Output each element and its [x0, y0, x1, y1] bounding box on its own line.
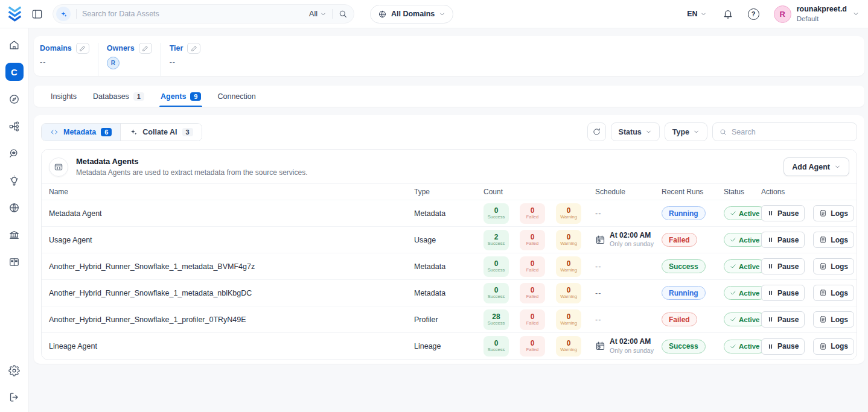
agent-type: Profiler	[414, 315, 483, 324]
logs-icon	[819, 315, 827, 323]
divider	[76, 9, 77, 19]
language-selector[interactable]: EN	[687, 10, 706, 18]
sidebar-item-domains[interactable]	[5, 198, 24, 217]
agents-search[interactable]	[712, 122, 857, 141]
status-filter-dropdown[interactable]: Status	[611, 122, 660, 141]
logs-icon	[819, 289, 827, 297]
search-icon[interactable]	[338, 9, 348, 19]
tab-collate-ai-agents[interactable]: Collate AI 3	[120, 124, 201, 141]
pause-button[interactable]: Pause	[761, 285, 805, 301]
logs-button[interactable]: Logs	[813, 311, 854, 328]
type-filter-dropdown[interactable]: Type	[665, 122, 707, 141]
notifications-bell-icon[interactable]	[723, 8, 733, 19]
sidebar-item-lineage[interactable]	[5, 117, 24, 135]
sidebar-toggle-icon[interactable]	[29, 6, 45, 22]
chevron-down-icon	[693, 128, 700, 135]
tab-metadata-agents[interactable]: Metadata 6	[42, 124, 120, 141]
agent-name[interactable]: Usage Agent	[42, 236, 414, 244]
logs-button[interactable]: Logs	[813, 258, 854, 274]
user-menu[interactable]: R rounakpreet.d Default	[774, 5, 860, 23]
edit-owners-button[interactable]	[139, 43, 152, 54]
table-row[interactable]: Another_Hybrid_Runner_Snowflake_1_metada…	[42, 280, 857, 306]
help-icon[interactable]: ?	[748, 8, 759, 20]
check-icon	[730, 316, 736, 323]
table-row[interactable]: Another_Hybrid_Runner_Snowflake_1_profil…	[42, 306, 857, 333]
pencil-icon	[79, 45, 86, 52]
calendar-clock-icon	[595, 341, 605, 351]
sidebar-item-settings[interactable]	[5, 361, 24, 379]
pause-button[interactable]: Pause	[761, 338, 805, 355]
recent-run-badge[interactable]: Success	[662, 259, 706, 273]
entity-summary-card: Domains -- Owners R Tier --	[34, 36, 864, 76]
sidebar-item-observability[interactable]	[5, 144, 24, 162]
tab-databases[interactable]: Databases1	[93, 86, 144, 107]
status-badge: Active	[724, 206, 766, 220]
table-row[interactable]: Usage Agent Usage 2Success 0Failed 0Warn…	[42, 227, 857, 253]
owners-label: Owners	[107, 44, 135, 52]
main-content: Domains -- Owners R Tier --	[29, 28, 868, 412]
book-icon	[8, 256, 20, 268]
table-row[interactable]: Another_Hybrid_Runner_Snowflake_1_metada…	[42, 253, 857, 280]
entity-tabs: Insights Databases1 Agents9 Connection	[34, 86, 864, 107]
edit-tier-button[interactable]	[187, 43, 200, 54]
success-count: 0Success	[483, 203, 509, 224]
refresh-button[interactable]	[587, 122, 606, 141]
table-row[interactable]: Lineage Agent Lineage 0Success 0Failed 0…	[42, 333, 857, 360]
agent-type: Metadata	[414, 209, 483, 218]
status-badge: Active	[724, 286, 766, 300]
tab-agents[interactable]: Agents9	[161, 86, 202, 107]
sidebar-item-home[interactable]	[5, 36, 24, 54]
pause-icon	[767, 316, 774, 323]
edit-domains-button[interactable]	[76, 43, 89, 54]
sidebar-item-logout[interactable]	[5, 388, 24, 406]
sidebar-item-insights[interactable]	[5, 171, 24, 189]
chevron-down-icon	[439, 11, 445, 17]
table-header: Name Type Count Schedule Recent Runs Sta…	[42, 183, 857, 200]
recent-run-badge[interactable]: Running	[662, 206, 706, 220]
bank-icon	[8, 229, 20, 241]
warning-count: 0Warning	[556, 283, 581, 303]
collate-app-icon: C	[11, 67, 18, 77]
agent-name[interactable]: Metadata Agent	[42, 209, 414, 218]
logout-icon	[8, 391, 20, 403]
add-agent-button[interactable]: Add Agent	[783, 157, 849, 176]
sidebar-item-governance[interactable]	[5, 226, 24, 244]
domain-selector[interactable]: All Domains	[370, 5, 453, 24]
recent-run-badge[interactable]: Failed	[662, 312, 697, 326]
logs-button[interactable]: Logs	[813, 285, 854, 301]
search-scope-dropdown[interactable]: All	[309, 10, 327, 18]
recent-run-badge[interactable]: Running	[662, 286, 706, 300]
agent-name[interactable]: Another_Hybrid_Runner_Snowflake_1_profil…	[42, 315, 414, 324]
pause-button[interactable]: Pause	[761, 311, 805, 328]
agent-name[interactable]: Another_Hybrid_Runner_Snowflake_1_metada…	[42, 289, 414, 297]
logs-button[interactable]: Logs	[813, 232, 854, 248]
chevron-down-icon	[852, 10, 860, 17]
pause-button[interactable]: Pause	[761, 232, 805, 248]
failed-count: 0Failed	[520, 203, 545, 224]
tab-insights[interactable]: Insights	[51, 86, 77, 107]
recent-run-badge[interactable]: Failed	[662, 233, 697, 247]
agent-name[interactable]: Lineage Agent	[42, 342, 414, 350]
pause-button[interactable]: Pause	[761, 258, 805, 274]
status-badge: Active	[724, 312, 766, 326]
agent-name[interactable]: Another_Hybrid_Runner_Snowflake_1_metada…	[42, 262, 414, 271]
sidebar-item-explore[interactable]	[5, 90, 24, 108]
collate-logo[interactable]	[0, 6, 29, 22]
pause-button[interactable]: Pause	[761, 205, 805, 221]
sidebar-item-glossary[interactable]	[5, 253, 24, 271]
schedule-cell: At 02:00 AMOnly on sunday	[595, 337, 662, 355]
table-row[interactable]: Metadata Agent Metadata 0Success 0Failed…	[42, 200, 857, 227]
sidebar-item-service-active[interactable]: C	[5, 63, 24, 81]
owner-avatar[interactable]: R	[107, 57, 120, 69]
pause-icon	[767, 236, 774, 243]
logs-button[interactable]: Logs	[813, 205, 854, 221]
logs-button[interactable]: Logs	[813, 338, 854, 355]
recent-run-badge[interactable]: Success	[662, 340, 706, 353]
failed-count: 0Failed	[520, 230, 545, 250]
globe-icon	[378, 10, 387, 19]
tab-connection[interactable]: Connection	[217, 86, 255, 107]
global-search[interactable]: All	[53, 4, 354, 24]
search-input[interactable]	[82, 10, 309, 18]
pause-icon	[767, 290, 774, 296]
agents-search-input[interactable]	[732, 128, 850, 136]
